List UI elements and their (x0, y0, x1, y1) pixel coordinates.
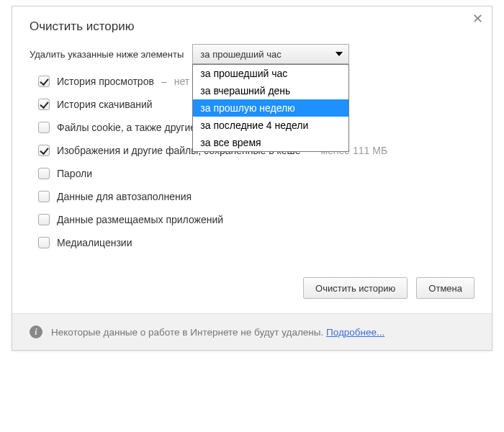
time-range-option[interactable]: за прошлую неделю (193, 99, 348, 117)
dialog-buttons: Очистить историю Отмена (12, 263, 492, 313)
list-item: Медиалицензии (38, 237, 474, 248)
time-range-option[interactable]: за все время (193, 134, 348, 151)
checkbox-media-licenses[interactable] (38, 237, 50, 248)
checkbox-download-history[interactable] (38, 99, 50, 110)
list-item-hint: нет (174, 76, 189, 87)
learn-more-link[interactable]: Подробнее... (326, 327, 384, 338)
checkbox-cached-files[interactable] (38, 145, 50, 156)
list-item-label: История скачиваний (57, 99, 153, 110)
time-range-dropdown: за прошедший час за вчерашний день за пр… (192, 64, 349, 152)
checkbox-hosted-apps[interactable] (38, 214, 50, 225)
time-range-label: Удалить указанные ниже элементы (30, 49, 184, 60)
checkbox-browsing-history[interactable] (38, 76, 50, 87)
dialog-title: Очистить историю (12, 6, 492, 44)
time-range-selected-value: за прошедший час (200, 49, 281, 60)
time-range-option[interactable]: за прошедший час (193, 65, 348, 82)
checkbox-cookies[interactable] (38, 122, 50, 133)
footer-text-wrap: Некоторые данные о работе в Интернете не… (51, 327, 384, 338)
checkbox-passwords[interactable] (38, 168, 50, 179)
list-item-label: Данные размещаемых приложений (57, 214, 223, 225)
clear-history-dialog: ✕ Очистить историю Удалить указанные ниж… (12, 6, 492, 351)
list-item-label: Пароли (57, 168, 92, 179)
time-range-row: Удалить указанные ниже элементы за проше… (30, 44, 474, 64)
close-icon[interactable]: ✕ (472, 12, 483, 25)
list-item: Данные для автозаполнения (38, 191, 474, 202)
dialog-content: Удалить указанные ниже элементы за проше… (12, 44, 492, 263)
footer-text: Некоторые данные о работе в Интернете не… (51, 327, 326, 338)
clear-history-button[interactable]: Очистить историю (303, 277, 408, 299)
checkbox-autofill[interactable] (38, 191, 50, 202)
cancel-button[interactable]: Отмена (416, 277, 474, 299)
list-item-label: Медиалицензии (57, 237, 132, 248)
list-item: Данные размещаемых приложений (38, 214, 474, 225)
dialog-footer: i Некоторые данные о работе в Интернете … (12, 313, 492, 350)
list-item-label: История просмотров (57, 76, 154, 87)
time-range-select[interactable]: за прошедший час (192, 44, 349, 64)
time-range-option[interactable]: за последние 4 недели (193, 117, 348, 134)
list-item-hint-sep: – (161, 76, 167, 87)
list-item-label: Данные для автозаполнения (57, 191, 192, 202)
time-range-option[interactable]: за вчерашний день (193, 82, 348, 99)
info-icon: i (30, 325, 42, 338)
list-item: Пароли (38, 168, 474, 179)
chevron-down-icon (336, 52, 343, 56)
time-range-select-wrap: за прошедший час за прошедший час за вче… (192, 44, 349, 64)
